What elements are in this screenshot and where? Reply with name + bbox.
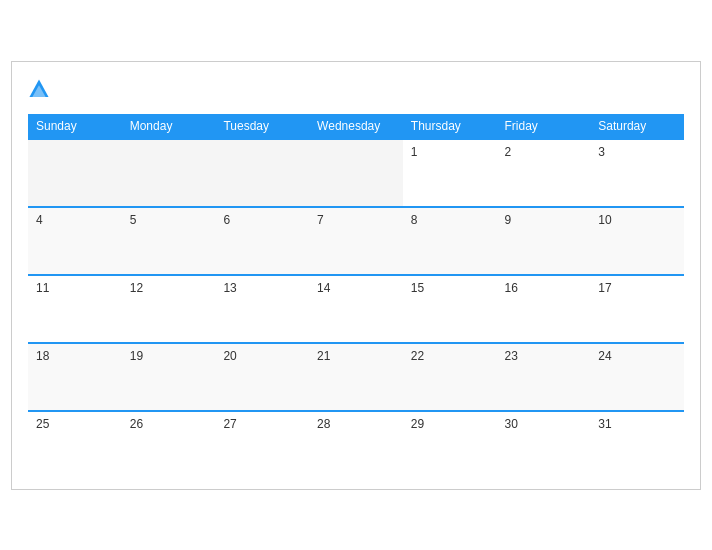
- week-row-4: 18192021222324: [28, 343, 684, 411]
- calendar-cell: 26: [122, 411, 216, 479]
- calendar-cell: [215, 139, 309, 207]
- calendar-cell: 7: [309, 207, 403, 275]
- calendar-cell: 25: [28, 411, 122, 479]
- calendar-cell: 23: [497, 343, 591, 411]
- calendar-cell: 14: [309, 275, 403, 343]
- calendar-cell: [28, 139, 122, 207]
- calendar-cell: 24: [590, 343, 684, 411]
- day-header-friday: Friday: [497, 114, 591, 139]
- calendar-cell: 28: [309, 411, 403, 479]
- calendar-grid: SundayMondayTuesdayWednesdayThursdayFrid…: [28, 114, 684, 479]
- calendar-cell: 16: [497, 275, 591, 343]
- day-header-saturday: Saturday: [590, 114, 684, 139]
- calendar-cell: 15: [403, 275, 497, 343]
- calendar-cell: 12: [122, 275, 216, 343]
- calendar-cell: 5: [122, 207, 216, 275]
- calendar-cell: 29: [403, 411, 497, 479]
- calendar-body: 1234567891011121314151617181920212223242…: [28, 139, 684, 479]
- week-row-1: 123: [28, 139, 684, 207]
- day-header-tuesday: Tuesday: [215, 114, 309, 139]
- calendar-cell: 27: [215, 411, 309, 479]
- calendar-cell: 1: [403, 139, 497, 207]
- calendar-cell: 3: [590, 139, 684, 207]
- day-header-wednesday: Wednesday: [309, 114, 403, 139]
- week-row-3: 11121314151617: [28, 275, 684, 343]
- day-header-sunday: Sunday: [28, 114, 122, 139]
- calendar-cell: 11: [28, 275, 122, 343]
- calendar-cell: 22: [403, 343, 497, 411]
- week-row-2: 45678910: [28, 207, 684, 275]
- calendar-cell: 9: [497, 207, 591, 275]
- calendar-wrapper: SundayMondayTuesdayWednesdayThursdayFrid…: [11, 61, 701, 490]
- calendar-cell: 31: [590, 411, 684, 479]
- calendar-cell: 13: [215, 275, 309, 343]
- logo: [28, 78, 54, 100]
- calendar-cell: 17: [590, 275, 684, 343]
- calendar-cell: 2: [497, 139, 591, 207]
- week-row-5: 25262728293031: [28, 411, 684, 479]
- calendar-cell: 8: [403, 207, 497, 275]
- day-header-monday: Monday: [122, 114, 216, 139]
- days-header-row: SundayMondayTuesdayWednesdayThursdayFrid…: [28, 114, 684, 139]
- day-header-thursday: Thursday: [403, 114, 497, 139]
- calendar-cell: 4: [28, 207, 122, 275]
- calendar-cell: 10: [590, 207, 684, 275]
- calendar-cell: [309, 139, 403, 207]
- calendar-cell: 30: [497, 411, 591, 479]
- calendar-cell: 20: [215, 343, 309, 411]
- calendar-cell: 21: [309, 343, 403, 411]
- calendar-header: [28, 78, 684, 100]
- calendar-cell: 6: [215, 207, 309, 275]
- calendar-cell: 19: [122, 343, 216, 411]
- calendar-cell: [122, 139, 216, 207]
- calendar-cell: 18: [28, 343, 122, 411]
- general-blue-icon: [28, 78, 50, 100]
